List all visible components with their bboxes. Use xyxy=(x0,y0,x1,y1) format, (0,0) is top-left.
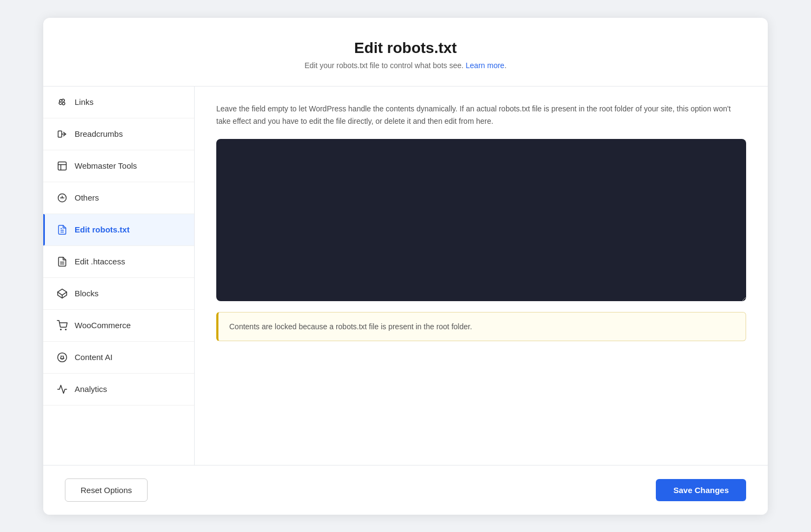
sidebar-label-blocks: Blocks xyxy=(75,289,98,298)
sidebar-label-webmaster-tools: Webmaster Tools xyxy=(75,161,137,170)
page-title: Edit robots.txt xyxy=(54,39,757,57)
sidebar-label-woocommerce: WooCommerce xyxy=(75,321,131,330)
notice-text: Contents are locked because a robots.txt… xyxy=(229,322,472,331)
svg-point-13 xyxy=(61,329,62,330)
header-description: Edit your robots.txt file to control wha… xyxy=(54,61,757,70)
sidebar-item-edit-robots[interactable]: Edit robots.txt xyxy=(43,214,194,246)
svg-point-18 xyxy=(61,356,64,358)
robots-editor[interactable] xyxy=(216,139,746,301)
links-icon xyxy=(56,96,68,108)
sidebar-item-links[interactable]: Links xyxy=(43,87,194,118)
svg-point-1 xyxy=(62,102,65,105)
reset-options-button[interactable]: Reset Options xyxy=(65,478,148,502)
description-text: Leave the field empty to let WordPress h… xyxy=(216,103,746,129)
sidebar-item-woocommerce[interactable]: WooCommerce xyxy=(43,310,194,342)
htaccess-icon xyxy=(56,256,68,268)
sidebar-label-content-ai: Content AI xyxy=(75,353,112,362)
analytics-icon xyxy=(56,383,68,395)
breadcrumbs-icon xyxy=(56,128,68,140)
sidebar-label-analytics: Analytics xyxy=(75,384,107,394)
sidebar-item-blocks[interactable]: Blocks xyxy=(43,278,194,310)
sidebar-label-edit-robots: Edit robots.txt xyxy=(75,225,130,234)
others-icon xyxy=(56,192,68,204)
sidebar: Links Breadcrumbs Webmaster Tools Others xyxy=(43,87,195,465)
svg-point-5 xyxy=(62,199,63,200)
sidebar-item-breadcrumbs[interactable]: Breadcrumbs xyxy=(43,118,194,150)
webmaster-tools-icon xyxy=(56,160,68,172)
blocks-icon xyxy=(56,288,68,300)
sidebar-label-others: Others xyxy=(75,193,99,202)
main-content-area: Leave the field empty to let WordPress h… xyxy=(195,87,768,465)
sidebar-label-edit-htaccess: Edit .htaccess xyxy=(75,257,125,266)
footer-bar: Reset Options Save Changes xyxy=(43,465,768,515)
notice-box: Contents are locked because a robots.txt… xyxy=(216,312,746,341)
main-container: Edit robots.txt Edit your robots.txt fil… xyxy=(43,18,768,515)
svg-point-14 xyxy=(65,329,67,330)
save-changes-button[interactable]: Save Changes xyxy=(656,479,746,501)
sidebar-item-edit-htaccess[interactable]: Edit .htaccess xyxy=(43,246,194,278)
sidebar-item-analytics[interactable]: Analytics xyxy=(43,374,194,405)
sidebar-item-content-ai[interactable]: Content AI xyxy=(43,342,194,374)
sidebar-label-breadcrumbs: Breadcrumbs xyxy=(75,129,123,138)
body-layout: Links Breadcrumbs Webmaster Tools Others xyxy=(43,87,768,465)
page-header: Edit robots.txt Edit your robots.txt fil… xyxy=(43,18,768,87)
learn-more-link[interactable]: Learn more xyxy=(466,61,504,70)
svg-rect-2 xyxy=(58,131,62,137)
woocommerce-icon xyxy=(56,320,68,331)
sidebar-label-links: Links xyxy=(75,97,94,107)
sidebar-item-others[interactable]: Others xyxy=(43,182,194,214)
robots-icon xyxy=(56,224,68,236)
svg-point-15 xyxy=(58,353,67,362)
sidebar-item-webmaster-tools[interactable]: Webmaster Tools xyxy=(43,150,194,182)
content-ai-icon xyxy=(56,351,68,363)
svg-rect-3 xyxy=(58,162,67,170)
